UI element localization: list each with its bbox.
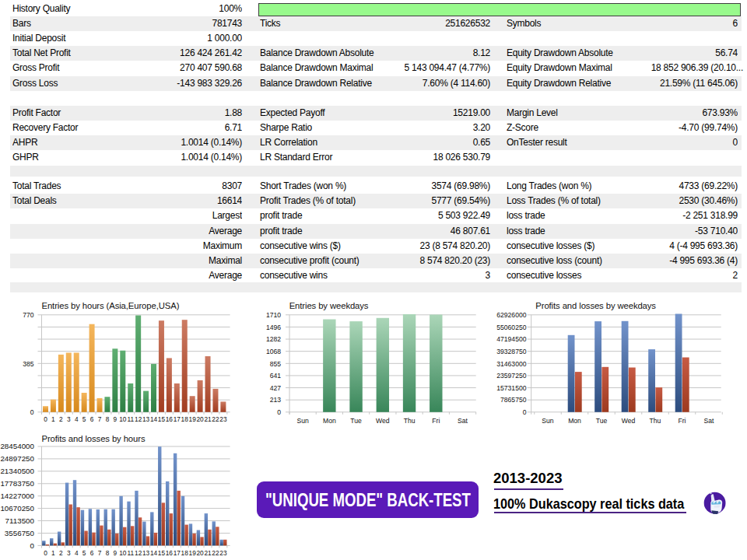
- svg-text:641: 641: [270, 372, 282, 380]
- svg-text:18: 18: [181, 549, 189, 557]
- svg-text:7: 7: [98, 415, 102, 423]
- svg-text:Entries by weekdays: Entries by weekdays: [289, 301, 369, 310]
- svg-text:14: 14: [150, 549, 158, 557]
- svg-text:21340500: 21340500: [0, 467, 34, 475]
- svg-text:1: 1: [51, 549, 55, 557]
- svg-text:Profits and losses by hours: Profits and losses by hours: [42, 434, 146, 443]
- svg-text:6: 6: [90, 549, 94, 557]
- svg-text:24897250: 24897250: [0, 454, 34, 463]
- svg-text:5: 5: [82, 549, 86, 557]
- svg-text:13: 13: [142, 549, 150, 557]
- svg-text:12: 12: [135, 415, 142, 423]
- svg-text:28454000: 28454000: [0, 442, 34, 450]
- svg-text:20: 20: [196, 415, 204, 423]
- svg-text:21: 21: [204, 549, 212, 557]
- svg-text:4: 4: [75, 549, 79, 557]
- svg-text:0: 0: [523, 408, 527, 416]
- svg-text:62926000: 62926000: [496, 311, 526, 319]
- svg-text:Sat: Sat: [458, 417, 468, 425]
- svg-text:16: 16: [166, 549, 174, 557]
- svg-text:19: 19: [189, 415, 197, 423]
- svg-text:15731500: 15731500: [496, 384, 526, 392]
- svg-text:11: 11: [127, 549, 134, 557]
- svg-text:385: 385: [23, 360, 34, 368]
- svg-text:Wed: Wed: [622, 417, 636, 425]
- svg-text:6: 6: [90, 415, 94, 423]
- svg-text:3: 3: [67, 549, 71, 557]
- svg-text:12: 12: [135, 549, 142, 557]
- svg-text:Sun: Sun: [542, 417, 554, 425]
- svg-text:17: 17: [174, 549, 181, 557]
- svg-text:19: 19: [189, 549, 197, 557]
- svg-text:2: 2: [59, 549, 63, 557]
- svg-text:11: 11: [127, 415, 134, 423]
- svg-text:9: 9: [114, 549, 117, 557]
- svg-text:23: 23: [219, 415, 227, 423]
- svg-text:0: 0: [44, 415, 47, 423]
- svg-text:4: 4: [75, 415, 79, 423]
- svg-text:Sun: Sun: [296, 417, 309, 425]
- svg-text:Wed: Wed: [376, 417, 390, 425]
- svg-text:Fri: Fri: [432, 417, 440, 425]
- svg-text:7113500: 7113500: [5, 516, 35, 525]
- svg-text:23597250: 23597250: [496, 372, 526, 380]
- svg-text:20: 20: [196, 549, 204, 557]
- svg-text:1: 1: [51, 415, 55, 423]
- svg-text:Thu: Thu: [404, 417, 416, 425]
- svg-text:47194500: 47194500: [496, 335, 526, 343]
- svg-text:39328750: 39328750: [496, 348, 526, 355]
- svg-text:Profits and losses by weekdays: Profits and losses by weekdays: [535, 301, 656, 310]
- svg-text:15: 15: [158, 549, 166, 557]
- svg-text:Fri: Fri: [678, 417, 686, 425]
- svg-text:770: 770: [23, 311, 34, 319]
- svg-text:7865750: 7865750: [500, 396, 527, 404]
- svg-text:9: 9: [114, 415, 117, 423]
- svg-text:3556750: 3556750: [5, 529, 35, 537]
- svg-text:10: 10: [119, 549, 127, 557]
- svg-text:21: 21: [204, 415, 212, 423]
- svg-text:10: 10: [119, 415, 127, 423]
- svg-text:22: 22: [212, 549, 219, 557]
- svg-text:Sat: Sat: [704, 417, 715, 425]
- svg-text:1282: 1282: [266, 335, 281, 343]
- svg-text:7: 7: [98, 549, 102, 557]
- svg-text:Entries by hours (Asia,Europe,: Entries by hours (Asia,Europe,USA): [42, 301, 180, 310]
- svg-text:Tue: Tue: [350, 417, 362, 425]
- svg-text:17783750: 17783750: [0, 479, 34, 488]
- svg-text:16: 16: [166, 415, 174, 423]
- svg-text:17: 17: [174, 415, 181, 423]
- svg-text:31463000: 31463000: [496, 360, 526, 368]
- svg-text:0: 0: [30, 541, 35, 550]
- svg-text:55060250: 55060250: [496, 324, 526, 331]
- svg-text:23: 23: [219, 549, 227, 557]
- svg-text:5: 5: [82, 415, 86, 423]
- svg-text:10670250: 10670250: [0, 504, 34, 513]
- svg-text:Tue: Tue: [596, 417, 608, 425]
- svg-text:427: 427: [270, 384, 282, 392]
- svg-text:1496: 1496: [266, 324, 281, 331]
- svg-text:213: 213: [270, 396, 282, 404]
- svg-text:14: 14: [150, 415, 158, 423]
- svg-text:18: 18: [181, 415, 189, 423]
- svg-text:0: 0: [277, 408, 281, 416]
- svg-text:Mon: Mon: [568, 417, 581, 425]
- svg-text:0: 0: [44, 549, 47, 557]
- svg-text:1068: 1068: [266, 348, 281, 355]
- svg-text:3: 3: [67, 415, 71, 423]
- svg-text:Thu: Thu: [650, 417, 661, 425]
- svg-text:8: 8: [106, 549, 110, 557]
- svg-text:14227000: 14227000: [0, 492, 34, 500]
- svg-text:8: 8: [106, 415, 110, 423]
- svg-text:Mon: Mon: [323, 417, 336, 425]
- svg-text:855: 855: [270, 360, 282, 368]
- svg-text:22: 22: [212, 415, 219, 423]
- svg-text:0: 0: [30, 408, 34, 416]
- svg-text:15: 15: [158, 415, 166, 423]
- svg-text:2: 2: [59, 415, 63, 423]
- svg-text:1710: 1710: [266, 311, 281, 319]
- svg-text:13: 13: [142, 415, 150, 423]
